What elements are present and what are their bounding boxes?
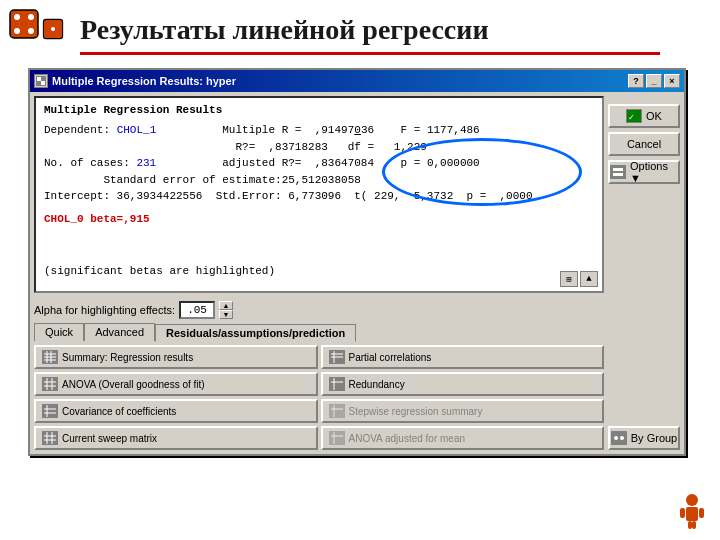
svg-rect-46 [613, 168, 623, 171]
results-line1: Dependent: CHOL_1 Multiple R = ,91497036… [44, 122, 594, 139]
svg-point-6 [51, 27, 55, 31]
cancel-button[interactable]: Cancel [608, 132, 680, 156]
dialog-app-icon [34, 74, 48, 88]
svg-point-50 [620, 436, 624, 440]
svg-rect-40 [330, 432, 344, 444]
by-group-button[interactable]: By Group [608, 426, 680, 450]
tab-quick[interactable]: Quick [34, 323, 84, 341]
anova-mean-button[interactable]: ANOVA adjusted for mean [321, 426, 605, 450]
titlebar-left: Multiple Regression Results: hyper [34, 74, 236, 88]
svg-rect-0 [10, 10, 38, 38]
help-button[interactable]: ? [628, 74, 644, 88]
partial-correlations-button[interactable]: Partial correlations [321, 345, 605, 369]
sweep-icon [42, 431, 58, 445]
redundancy-icon [329, 377, 345, 391]
alpha-spinner: ▲ ▼ [219, 301, 233, 319]
close-button[interactable]: × [664, 74, 680, 88]
dialog-controls: ? _ × [628, 74, 680, 88]
anova-button[interactable]: ANOVA (Overall goodness of fit) [34, 372, 318, 396]
dice-decoration [8, 8, 64, 40]
sweep-label: Current sweep matrix [62, 433, 157, 444]
options-button[interactable]: Options ▼ [608, 160, 680, 184]
title-underline [80, 52, 660, 55]
results-icon2[interactable]: ▲ [580, 271, 598, 287]
svg-rect-20 [43, 378, 57, 390]
ok-label: OK [646, 110, 662, 122]
svg-rect-56 [692, 521, 696, 529]
bottom-decoration [672, 492, 712, 532]
results-line4: Standard error of estimate:25,512038058 [44, 172, 594, 189]
anova-mean-label: ANOVA adjusted for mean [349, 433, 466, 444]
spinner-up[interactable]: ▲ [219, 301, 233, 310]
bottom-controls: Alpha for highlighting effects: ▲ ▼ Quic… [30, 297, 608, 454]
svg-rect-47 [613, 173, 623, 176]
alpha-input[interactable] [179, 301, 215, 319]
tab-advanced[interactable]: Advanced [84, 323, 155, 341]
summary-icon [42, 350, 58, 364]
slide-background: Результаты линейной регрессии Multiple R… [0, 0, 720, 540]
svg-rect-25 [330, 378, 344, 390]
svg-point-2 [28, 14, 34, 20]
svg-rect-55 [688, 521, 692, 529]
results-line5: Intercept: 36,3934422556 Std.Error: 6,77… [44, 188, 594, 205]
stepwise-label: Stepwise regression summary [349, 406, 483, 417]
by-group-icon [611, 431, 627, 445]
dice-icon-2 [42, 18, 64, 40]
slide-title: Результаты линейной регрессии [80, 14, 489, 46]
partial-correlations-label: Partial correlations [349, 352, 432, 363]
anova-icon [42, 377, 58, 391]
buttons-grid: Summary: Regression results [34, 345, 604, 450]
dialog-titlebar: Multiple Regression Results: hyper ? _ × [30, 70, 684, 92]
beta-line: CHOL_0 beta=,915 [44, 213, 594, 225]
tabs-row: Quick Advanced Residuals/assumptions/pre… [34, 323, 604, 341]
svg-point-49 [614, 436, 618, 440]
significant-note: (significant betas are highlighted) [44, 265, 594, 277]
dialog-main: Multiple Regression Results Dependent: C… [30, 92, 608, 454]
dependent-var: CHOL_1 [117, 124, 157, 136]
redundancy-label: Redundancy [349, 379, 405, 390]
covariance-label: Covariance of coefficients [62, 406, 176, 417]
tab-residuals[interactable]: Residuals/assumptions/prediction [155, 324, 356, 342]
by-group-label: By Group [631, 432, 677, 444]
ok-button[interactable]: ✓ OK [608, 104, 680, 128]
results-toolbar: ⊞ ▲ [560, 271, 598, 287]
sidebar-spacer-top [608, 96, 680, 100]
summary-regression-label: Summary: Regression results [62, 352, 193, 363]
redundancy-button[interactable]: Redundancy [321, 372, 605, 396]
svg-rect-28 [43, 405, 57, 417]
ok-icon: ✓ [626, 109, 642, 123]
sweep-button[interactable]: Current sweep matrix [34, 426, 318, 450]
results-text-area: Multiple Regression Results Dependent: C… [34, 96, 604, 293]
anova-label: ANOVA (Overall goodness of fit) [62, 379, 205, 390]
sidebar-spacer-middle [608, 188, 680, 422]
cancel-label: Cancel [627, 138, 661, 150]
svg-rect-45 [611, 166, 625, 178]
dialog-content: Multiple Regression Results Dependent: C… [30, 92, 684, 454]
dialog-window: Multiple Regression Results: hyper ? _ ×… [28, 68, 686, 456]
dialog-sidebar: ✓ OK Cancel [608, 92, 684, 454]
summary-regression-button[interactable]: Summary: Regression results [34, 345, 318, 369]
alpha-row: Alpha for highlighting effects: ▲ ▼ [34, 301, 604, 319]
svg-rect-52 [686, 507, 698, 521]
svg-point-51 [686, 494, 698, 506]
svg-rect-54 [699, 508, 704, 518]
covariance-button[interactable]: Covariance of coefficients [34, 399, 318, 423]
covariance-icon [42, 404, 58, 418]
svg-rect-8 [37, 77, 41, 81]
results-heading: Multiple Regression Results [44, 104, 594, 116]
dialog-title: Multiple Regression Results: hyper [52, 75, 236, 87]
stepwise-icon [329, 404, 345, 418]
svg-text:✓: ✓ [628, 113, 635, 122]
partial-corr-icon [329, 350, 345, 364]
svg-rect-35 [43, 432, 57, 444]
dice-icon-1 [8, 8, 40, 40]
svg-point-1 [14, 14, 20, 20]
svg-rect-32 [330, 405, 344, 417]
stepwise-button[interactable]: Stepwise regression summary [321, 399, 605, 423]
results-icon1[interactable]: ⊞ [560, 271, 578, 287]
minimize-button[interactable]: _ [646, 74, 662, 88]
svg-rect-53 [680, 508, 685, 518]
options-icon [610, 165, 626, 179]
spinner-down[interactable]: ▼ [219, 310, 233, 319]
svg-point-4 [28, 28, 34, 34]
